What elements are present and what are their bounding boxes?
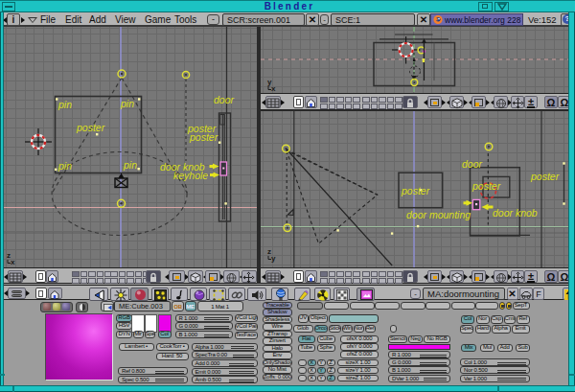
svg-text:door: door bbox=[214, 94, 235, 105]
svg-text:pin: pin bbox=[123, 159, 137, 171]
svg-text:poster: poster bbox=[76, 122, 105, 133]
svg-text:y: y bbox=[271, 254, 276, 263]
svg-text:poster: poster bbox=[472, 180, 501, 192]
svg-text:poster: poster bbox=[189, 131, 218, 143]
svg-text:pin: pin bbox=[58, 99, 72, 110]
svg-text:door mounting: door mounting bbox=[406, 209, 471, 220]
svg-text:pin: pin bbox=[120, 98, 134, 109]
svg-text:poster: poster bbox=[530, 171, 560, 182]
svg-text:pin: pin bbox=[58, 160, 72, 172]
svg-text:x: x bbox=[11, 258, 15, 266]
svg-text:poster: poster bbox=[401, 185, 430, 196]
svg-text:door: door bbox=[462, 158, 483, 170]
svg-text:x: x bbox=[271, 84, 276, 93]
svg-text:door knob: door knob bbox=[493, 207, 538, 219]
svg-text:keyhole: keyhole bbox=[173, 170, 208, 181]
